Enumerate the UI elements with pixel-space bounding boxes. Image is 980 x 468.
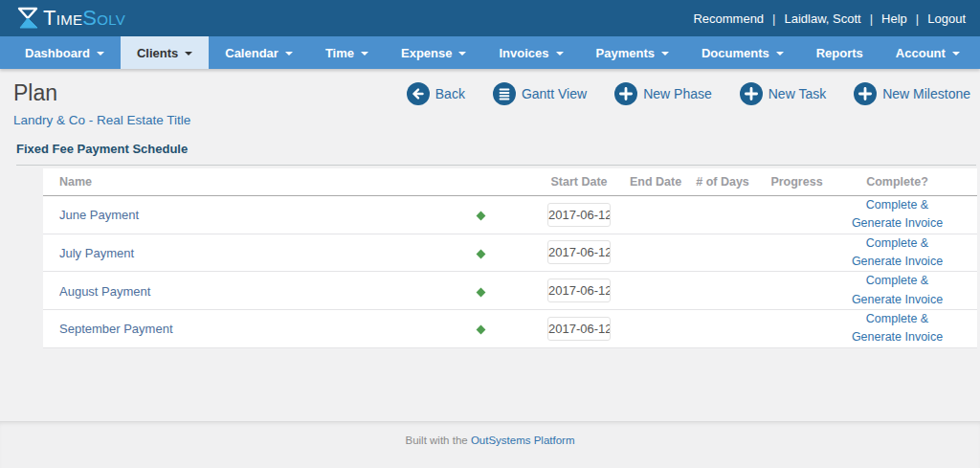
nav-item-reports[interactable]: Reports <box>800 36 880 69</box>
chevron-down-icon <box>361 52 368 56</box>
start-date-cell <box>531 272 627 310</box>
chevron-down-icon <box>952 52 960 56</box>
progress-cell <box>761 310 833 348</box>
user-link-logout[interactable]: Logout <box>927 11 966 26</box>
plus-icon <box>740 82 763 105</box>
start-date-input[interactable] <box>547 279 611 302</box>
top-header: TimeSolv Recommend|Laidlaw, Scott|Help|L… <box>0 0 980 36</box>
table-row: August PaymentComplete & Generate Invoic… <box>43 272 977 310</box>
nav-item-payments[interactable]: Payments <box>580 36 685 69</box>
action-label: New Task <box>768 86 826 101</box>
new-milestone-button[interactable]: New Milestone <box>854 82 970 105</box>
start-date-input[interactable] <box>547 240 611 264</box>
nav-item-account[interactable]: Account <box>880 36 976 69</box>
payment-schedule-table: NameStart DateEnd Date# of DaysProgressC… <box>43 168 977 348</box>
days-cell <box>684 234 761 272</box>
name-cell: August Payment <box>43 272 431 310</box>
filler-cell <box>962 272 977 310</box>
footer: Built with the OutSystems Platform <box>0 421 980 468</box>
footer-text: Built with the <box>405 435 467 446</box>
end-date-cell <box>627 272 684 310</box>
user-link-laidlaw-scott[interactable]: Laidlaw, Scott <box>784 11 860 26</box>
complete-generate-invoice-link[interactable]: Complete & Generate Invoice <box>844 272 951 309</box>
timesolv-logo[interactable]: TimeSolv <box>15 6 125 31</box>
action-label: New Milestone <box>882 86 970 101</box>
outsystems-link[interactable]: OutSystems Platform <box>471 435 575 446</box>
column-header-name: Name <box>43 168 431 195</box>
nav-item-label: Documents <box>702 46 769 60</box>
logo-text: TimeSolv <box>43 8 125 29</box>
chevron-down-icon <box>458 52 466 56</box>
days-cell <box>684 272 761 310</box>
chevron-down-icon <box>285 52 293 56</box>
end-date-cell <box>627 234 684 272</box>
separator: | <box>870 11 873 26</box>
plus-icon <box>854 82 877 105</box>
name-cell: June Payment <box>43 195 431 234</box>
nav-item-label: Payments <box>596 46 655 60</box>
new-phase-button[interactable]: New Phase <box>614 82 712 105</box>
task-name-link[interactable]: September Payment <box>59 322 173 336</box>
nav-item-label: Calendar <box>225 46 278 60</box>
chevron-down-icon <box>185 52 192 56</box>
table-row: July PaymentComplete & Generate Invoice <box>43 234 977 272</box>
action-buttons: BackGantt ViewNew PhaseNew TaskNew Miles… <box>407 82 970 105</box>
action-label: Back <box>435 86 465 101</box>
nav-item-documents[interactable]: Documents <box>685 36 800 69</box>
back-arrow-icon <box>407 82 430 105</box>
nav-item-expense[interactable]: Expense <box>385 36 482 69</box>
column-header-start-date: Start Date <box>531 168 627 195</box>
start-date-input[interactable] <box>547 317 611 341</box>
new-task-button[interactable]: New Task <box>740 82 826 105</box>
column-header-blank <box>431 168 531 195</box>
user-link-recommend[interactable]: Recommend <box>693 11 764 26</box>
user-link-help[interactable]: Help <box>881 11 907 26</box>
task-name-link[interactable]: July Payment <box>59 246 134 260</box>
progress-cell <box>761 234 833 272</box>
milestone-diamond-icon <box>477 287 486 297</box>
milestone-diamond-icon <box>477 249 486 258</box>
gantt-view-icon <box>493 82 516 105</box>
separator: | <box>772 11 775 26</box>
nav-item-dashboard[interactable]: Dashboard <box>9 36 121 69</box>
days-cell <box>684 195 761 234</box>
milestone-cell <box>431 195 531 234</box>
progress-cell <box>761 272 833 310</box>
logo-time: Time <box>43 6 82 30</box>
client-matter-link[interactable]: Landry & Co - Real Estate Title <box>13 113 967 127</box>
task-name-link[interactable]: June Payment <box>59 208 139 222</box>
nav-item-label: Time <box>325 46 354 60</box>
section-heading: Fixed Fee Payment Schedule <box>16 142 976 166</box>
nav-item-label: Dashboard <box>25 46 90 60</box>
page-title: Plan <box>13 81 57 105</box>
main-nav: DashboardClientsCalendarTimeExpenseInvoi… <box>0 36 980 69</box>
complete-cell: Complete & Generate Invoice <box>833 195 962 234</box>
start-date-cell <box>531 310 627 348</box>
complete-generate-invoice-link[interactable]: Complete & Generate Invoice <box>844 310 951 347</box>
complete-cell: Complete & Generate Invoice <box>833 310 962 348</box>
complete-generate-invoice-link[interactable]: Complete & Generate Invoice <box>844 234 951 272</box>
separator: | <box>916 11 919 26</box>
nav-item-time[interactable]: Time <box>309 36 385 69</box>
action-label: New Phase <box>643 86 712 101</box>
nav-item-clients[interactable]: Clients <box>121 36 209 69</box>
milestone-diamond-icon <box>477 325 486 335</box>
title-row: Plan BackGantt ViewNew PhaseNew TaskNew … <box>0 69 980 105</box>
name-cell: July Payment <box>43 234 431 272</box>
nav-item-calendar[interactable]: Calendar <box>209 36 309 69</box>
column-header-complete: Complete? <box>833 168 962 195</box>
end-date-cell <box>627 195 684 234</box>
nav-item-invoices[interactable]: Invoices <box>482 36 579 69</box>
back-button[interactable]: Back <box>407 82 465 105</box>
start-date-input[interactable] <box>547 203 611 227</box>
complete-generate-invoice-link[interactable]: Complete & Generate Invoice <box>844 196 951 234</box>
chevron-down-icon <box>776 52 784 56</box>
task-name-link[interactable]: August Payment <box>59 284 150 299</box>
nav-item-label: Reports <box>816 46 863 60</box>
milestone-diamond-icon <box>477 212 486 221</box>
table-row: September PaymentComplete & Generate Inv… <box>43 310 977 348</box>
start-date-cell <box>531 234 627 272</box>
logo-solv: Solv <box>82 6 125 30</box>
filler-cell <box>962 310 977 348</box>
gantt-view-button[interactable]: Gantt View <box>493 82 587 105</box>
